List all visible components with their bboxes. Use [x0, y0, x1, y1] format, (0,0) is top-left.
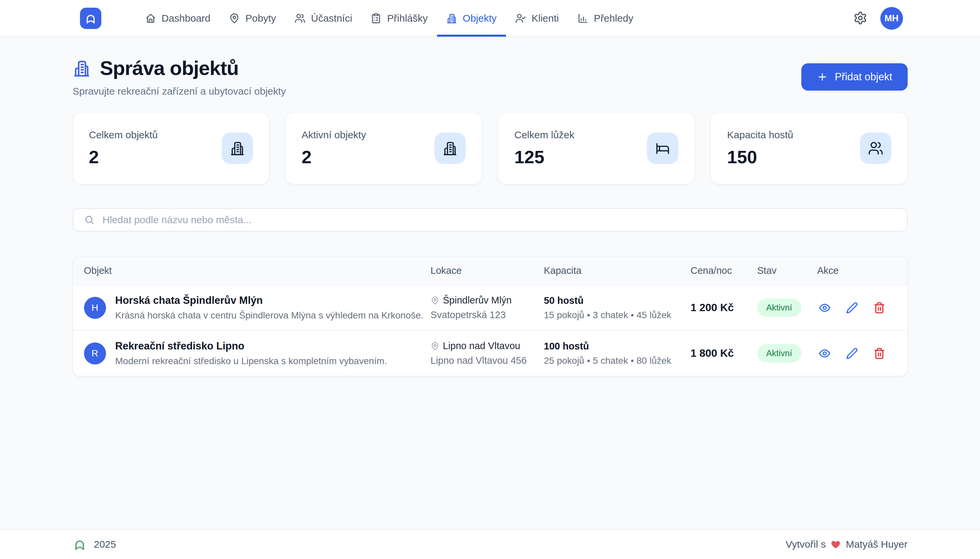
edit-button[interactable]: [845, 301, 859, 315]
app-logo[interactable]: [80, 8, 101, 29]
add-object-button[interactable]: Přidat objekt: [801, 63, 907, 91]
nav-item-objekty[interactable]: Objekty: [437, 0, 506, 36]
nav-label: Pobyty: [245, 13, 276, 24]
footer-credit-name: Matyáš Huyer: [846, 539, 907, 550]
column-header-lokace: Lokace: [431, 265, 544, 276]
building-icon: [446, 13, 457, 24]
nav-item-prehledy[interactable]: Přehledy: [568, 0, 643, 36]
object-guests: 100 hostů: [544, 341, 691, 352]
gear-icon: [853, 11, 867, 25]
add-object-button-label: Přidat objekt: [835, 71, 892, 83]
view-button[interactable]: [817, 301, 832, 315]
column-header-akce: Akce: [817, 265, 897, 276]
nav-item-klienti[interactable]: Klienti: [506, 0, 568, 36]
user-avatar[interactable]: MH: [881, 7, 903, 30]
pencil-icon: [846, 347, 858, 359]
object-guests: 50 hostů: [544, 295, 691, 306]
nav-label: Dashboard: [162, 13, 211, 24]
stat-value: 125: [514, 147, 574, 167]
map-pin-icon: [229, 13, 240, 24]
page-footer: 2025 Vytvořil s Matyáš Huyer: [0, 529, 980, 559]
objects-table: Objekt Lokace Kapacita Cena/noc Stav Akc…: [73, 256, 908, 376]
stat-icon-chip: [434, 132, 466, 164]
home-icon: [145, 13, 156, 24]
nav-label: Klienti: [532, 13, 559, 24]
nav-item-pobyty[interactable]: Pobyty: [220, 0, 285, 36]
delete-button[interactable]: [872, 301, 887, 315]
bar-chart-icon: [578, 13, 588, 24]
main-content: Správa objektů Spravujte rekreační zaříz…: [0, 37, 980, 529]
stat-label: Celkem lůžek: [514, 129, 574, 141]
object-name: Horská chata Špindlerův Mlýn: [115, 294, 423, 306]
stat-card-total-beds: Celkem lůžek 125: [498, 112, 695, 184]
object-city: Lipno nad Vltavou: [443, 341, 520, 351]
column-header-stav: Stav: [757, 265, 817, 276]
nav-label: Objekty: [463, 13, 497, 24]
nav-item-prihlasky[interactable]: Přihlášky: [361, 0, 437, 36]
heart-icon: [830, 539, 841, 550]
object-address: Lipno nad Vltavou 456: [431, 355, 544, 366]
column-header-objekt: Objekt: [84, 265, 431, 276]
search-input[interactable]: [102, 214, 896, 226]
footer-credit-prefix: Vytvořil s: [786, 539, 826, 550]
search-bar: [73, 208, 908, 232]
stat-value: 150: [727, 147, 793, 167]
object-avatar: H: [84, 297, 106, 319]
building-icon: [230, 141, 245, 156]
top-navigation-bar: Dashboard Pobyty Účastníci Přihlášky Obj…: [0, 0, 980, 37]
stat-icon-chip: [860, 132, 891, 164]
pencil-icon: [846, 302, 858, 314]
stat-icon-chip: [222, 132, 253, 164]
trash-icon: [873, 302, 885, 314]
footer-year: 2025: [94, 539, 116, 550]
nav-label: Přihlášky: [387, 13, 428, 24]
object-description: Moderní rekreační středisko u Lipenska s…: [115, 356, 387, 366]
eye-icon: [819, 347, 831, 359]
map-pin-icon: [431, 342, 439, 351]
nav-item-ucastnici[interactable]: Účastníci: [285, 0, 361, 36]
stat-card-guest-capacity: Kapacita hostů 150: [711, 112, 907, 184]
clipboard-list-icon: [371, 13, 381, 24]
page-subtitle: Spravujte rekreační zařízení a ubytovací…: [73, 86, 286, 97]
tent-arch-icon: [85, 12, 97, 25]
plus-icon: [817, 71, 828, 83]
nav-label: Přehledy: [594, 13, 633, 24]
column-header-cena-noc: Cena/noc: [691, 265, 757, 276]
table-row: H Horská chata Špindlerův Mlýn Krásná ho…: [73, 284, 907, 330]
users-icon: [868, 141, 883, 156]
view-button[interactable]: [817, 346, 832, 361]
object-description: Krásná horská chata v centru Špindlerova…: [115, 310, 423, 321]
user-check-icon: [515, 13, 526, 24]
stat-value: 2: [302, 147, 366, 167]
nav-label: Účastníci: [311, 13, 352, 24]
column-header-kapacita: Kapacita: [544, 265, 691, 276]
table-row: R Rekreační středisko Lipno Moderní rekr…: [73, 330, 907, 376]
status-badge: Aktivní: [757, 298, 801, 317]
page-title: Správa objektů: [100, 57, 239, 79]
map-pin-icon: [431, 296, 439, 305]
eye-icon: [819, 302, 831, 314]
stat-label: Celkem objektů: [89, 129, 158, 141]
trash-icon: [873, 347, 885, 359]
nav-item-dashboard[interactable]: Dashboard: [136, 0, 220, 36]
bed-icon: [655, 141, 670, 156]
settings-button[interactable]: [853, 11, 868, 26]
table-header: Objekt Lokace Kapacita Cena/noc Stav Akc…: [73, 256, 907, 284]
search-icon: [84, 215, 95, 225]
main-nav: Dashboard Pobyty Účastníci Přihlášky Obj…: [136, 0, 643, 36]
object-name: Rekreační středisko Lipno: [115, 340, 387, 352]
users-icon: [295, 13, 305, 24]
tent-arch-icon: [73, 538, 87, 551]
delete-button[interactable]: [872, 346, 887, 361]
object-capacity-detail: 15 pokojů • 3 chatek • 45 lůžek: [544, 310, 691, 321]
stat-label: Kapacita hostů: [727, 129, 793, 141]
building-icon: [442, 141, 458, 156]
object-city: Špindlerův Mlýn: [443, 295, 512, 306]
stat-card-active-objects: Aktivní objekty 2: [285, 112, 482, 184]
stat-value: 2: [89, 147, 158, 167]
object-capacity-detail: 25 pokojů • 5 chatek • 80 lůžek: [544, 356, 691, 366]
edit-button[interactable]: [845, 346, 859, 361]
status-badge: Aktivní: [757, 344, 801, 362]
object-price: 1 800 Kč: [691, 347, 757, 359]
stat-icon-chip: [647, 132, 678, 164]
